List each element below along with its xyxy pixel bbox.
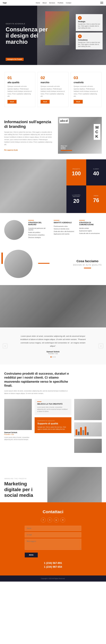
contact-section: Contattaci f π in ✉ INVIA 1 (234) 567-89… — [0, 502, 106, 576]
service-col-2: IDENTITÀ AZIENDALE Posizionamento visivo… — [52, 220, 76, 236]
social-email[interactable]: ✉ — [60, 518, 65, 522]
branding-left: Informazioni sull'agenzia di branding Sa… — [4, 120, 52, 151]
service-item-3-0: Identità verbale — [79, 228, 100, 229]
social-facebook[interactable]: f — [41, 518, 46, 522]
support-text: Sample text. Click to select the text bo… — [38, 426, 68, 430]
service-item-1-1: Analisi del pubblico — [28, 232, 50, 233]
footer: Copyright © 2023 All Rights Reserved. — [0, 576, 106, 582]
build-team-img2 — [74, 439, 102, 453]
feature-text-3: Quisque commodo vel enim egestas dapibus… — [74, 85, 98, 98]
hero-card1-title: Strategia — [78, 20, 100, 22]
social-linkedin[interactable]: in — [54, 518, 59, 522]
hero-card2-text: Sample text. Click to select the text bo… — [78, 42, 100, 48]
person-photo-circle — [4, 220, 24, 240]
creativity-label: SBLOCCA LA TUA CREATIVITÀ — [37, 403, 69, 405]
service-col-1: STRATEGIA DEL MARCHIO Controllo del patr… — [27, 220, 51, 239]
service-title-3: STRATEGIA DI COMUNICAZIONE — [79, 222, 100, 226]
hero-card2-icon — [78, 34, 82, 38]
branding-image: abcd MCK Place YourProductMockup — [58, 117, 102, 154]
service-item-2-2: Guida allo stile e alle illustrazioni — [54, 231, 75, 232]
contact-submit-btn[interactable]: INVIA — [25, 552, 38, 558]
nav-portfolio[interactable]: Portfolio — [58, 2, 63, 4]
services-section: STRATEGIA DEL MARCHIO Controllo del patr… — [0, 213, 106, 247]
marketing-title: Marketing digitale per i social media — [4, 481, 41, 498]
phone2: 1 (234) 987-654 — [4, 566, 102, 568]
hero-section: IDENTITÀ AZIENDALE Consulenza per il des… — [0, 6, 106, 65]
stat-label-clients: CLIENTI — [93, 168, 99, 170]
feature-card-2: 02 marchio Quisque commodo vel enim eges… — [38, 72, 68, 107]
service-item-1-3: Direzione strategica — [28, 237, 50, 238]
testimonial-role: Founder • Cto — [18, 353, 88, 354]
feature-num-1: 01 — [8, 76, 32, 80]
testimonial-next-btn[interactable]: › — [99, 344, 103, 348]
hamburger-menu[interactable] — [100, 2, 103, 4]
feature-num-2: 02 — [40, 76, 66, 80]
feature-title-1: alta qualità — [8, 81, 32, 84]
stat-num-clients: 40 — [93, 170, 99, 176]
feature-btn-1[interactable]: Studi — [8, 100, 16, 104]
hero-badge: Immagine the Freepik — [6, 58, 24, 61]
feature-text-2: Quisque commodo vel enim egestas dapibus… — [40, 85, 66, 98]
nav-about[interactable]: About — [42, 2, 47, 4]
contact-email-input[interactable] — [25, 532, 81, 537]
nav-services[interactable]: Services — [49, 2, 55, 4]
build-person-name: Samuel Schick — [4, 432, 32, 434]
feature-card-1: 01 alta qualità Quisque commodo vel enim… — [4, 72, 35, 107]
contact-message-input[interactable] — [25, 539, 81, 550]
build-team-img — [74, 399, 102, 420]
hero-cards: Strategia Sample text. Click to select t… — [76, 14, 102, 50]
testimonial-author: Samuel Schick — [18, 350, 88, 353]
support-box: SUPPORTO DI QUALITÀ Supporto di qualità … — [35, 417, 71, 433]
build-section: Costruiamo prodotti di successo, duratur… — [0, 364, 106, 460]
service-title-2: IDENTITÀ AZIENDALE — [54, 222, 75, 224]
feature-btn-3[interactable]: Studi — [74, 100, 83, 104]
build-person-desc: Lorem ipsum dolor sit amet, consectetur … — [4, 436, 32, 440]
features-section: 01 alta qualità Quisque commodo vel enim… — [0, 65, 106, 111]
hero-card1-icon — [78, 16, 82, 20]
stat-num-awards: 76 — [93, 197, 99, 204]
creativity-text: Lorem ipsum dolor sit amet, consectetur … — [37, 406, 69, 412]
wide-image-section: PROGETTI 100 CLIENTI 40 LA NOSTRA SQUADR… — [0, 159, 106, 213]
hero-label: IDENTITÀ AZIENDALE — [6, 23, 48, 24]
service-item-2-1: Sistema di identità visiva — [54, 228, 75, 230]
service-item-1-0: Controllo del patrimonio del marchio — [28, 228, 50, 231]
marketing-section: Immagine the Freepik Marketing digitale … — [0, 460, 106, 502]
stat-box-team: LA NOSTRA SQUADRA 20 — [66, 186, 86, 213]
contact-name-input[interactable] — [25, 526, 81, 531]
stat-label-awards: PREMI — [94, 195, 98, 196]
stat-box-projects: PROGETTI 100 — [66, 159, 86, 186]
feature-num-3: 03 — [74, 76, 98, 80]
social-twitter[interactable]: π — [47, 518, 52, 522]
what-right-block: Cosa facciamo DESIGN DI ALTA QUALITÀ — [73, 259, 102, 268]
footer-text: Copyright © 2023 All Rights Reserved. — [4, 578, 102, 579]
stat-box-clients: CLIENTI 40 — [86, 159, 106, 186]
service-item-3-2: Guida allo stile di comunicazione — [79, 233, 100, 234]
phone1: 1 (234) 567-891 — [4, 562, 102, 564]
build-text: Lorem ipsum dolor sit amet, consectetur … — [4, 390, 72, 395]
build-middle-col: SBLOCCA LA TUA CREATIVITÀ Lorem ipsum do… — [35, 399, 71, 433]
feature-btn-2[interactable]: Studi — [40, 100, 50, 104]
navbar: logo Home About Services Portfolio Conta… — [0, 0, 106, 6]
dot-3[interactable] — [54, 356, 56, 358]
service-item-2-0: Posizionamento visivo — [54, 226, 75, 227]
what-we-do-section: Cosa facciamo DESIGN DI ALTA QUALITÀ — [0, 247, 106, 285]
nav-contact[interactable]: Contact — [66, 2, 71, 4]
contact-phones: 1 (234) 567-891 1 (234) 987-654 — [4, 562, 102, 568]
stat-box-awards: PREMI 76 — [86, 186, 106, 213]
hero-card1-text: Sample text. Click to select the text bo… — [78, 23, 100, 29]
branding-section: Informazioni sull'agenzia di branding Sa… — [0, 111, 106, 159]
dot-2[interactable] — [52, 356, 54, 358]
service-item-3-1: Esplorazione tagline — [79, 230, 100, 232]
service-col-3: STRATEGIA DI COMUNICAZIONE Identità verb… — [78, 220, 102, 235]
branding-link[interactable]: Per saperne di più — [4, 149, 18, 151]
dot-1[interactable] — [50, 356, 52, 358]
testimonial-text: Lorem ipsum dolor sit amet, consectetur … — [18, 334, 88, 348]
social-row: f π in ✉ — [4, 518, 102, 522]
hero-card-2: Consulenza Sample text. Click to select … — [76, 32, 102, 50]
testimonial-prev-btn[interactable]: ‹ — [3, 344, 7, 348]
build-person-role: Founder • Cto — [4, 434, 32, 435]
nav-home[interactable]: Home — [36, 2, 40, 4]
support-title: Supporto di qualità — [38, 422, 68, 425]
build-title: Costruiamo prodotti di successo, duratur… — [4, 372, 72, 388]
build-person-img — [4, 399, 32, 430]
